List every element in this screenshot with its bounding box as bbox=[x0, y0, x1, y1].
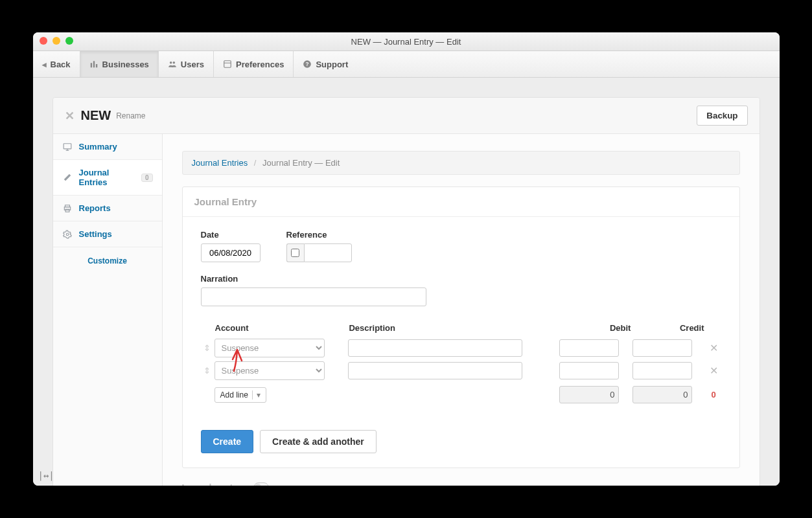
users-icon bbox=[168, 60, 177, 69]
svg-rect-2 bbox=[95, 64, 97, 67]
reference-auto-checkbox[interactable] bbox=[291, 249, 299, 257]
caret-down-icon: ▾ bbox=[252, 390, 261, 400]
narration-input[interactable] bbox=[201, 287, 426, 306]
account-select[interactable]: Suspense bbox=[215, 361, 325, 380]
rename-link[interactable]: Rename bbox=[116, 111, 145, 120]
learn-title: Learn how to ... bbox=[182, 482, 249, 486]
preferences-icon bbox=[223, 60, 232, 69]
learn-section: Learn how to ... bbox=[182, 482, 740, 486]
svg-rect-0 bbox=[90, 63, 91, 67]
business-header: ✕ NEW Rename Backup bbox=[53, 98, 760, 134]
back-button[interactable]: ◂ Back bbox=[33, 51, 80, 77]
date-label: Date bbox=[201, 230, 261, 240]
svg-point-3 bbox=[170, 62, 172, 64]
tab-businesses[interactable]: Businesses bbox=[80, 51, 159, 77]
breadcrumb-current: Journal Entry — Edit bbox=[262, 158, 340, 168]
sidebar: Summary Journal Entries 0 Reports bbox=[53, 134, 163, 486]
account-select[interactable]: Suspense bbox=[215, 339, 325, 357]
sidebar-item-summary[interactable]: Summary bbox=[53, 134, 162, 160]
monitor-icon bbox=[62, 142, 73, 152]
backup-button[interactable]: Backup bbox=[697, 106, 747, 126]
col-account: Account bbox=[214, 321, 348, 335]
sidebar-item-settings[interactable]: Settings bbox=[53, 221, 162, 247]
debit-input[interactable] bbox=[559, 362, 619, 379]
gear-icon bbox=[62, 230, 73, 239]
sidebar-item-label: Journal Entries bbox=[79, 168, 135, 187]
businesses-label: Businesses bbox=[102, 60, 149, 69]
credit-input[interactable] bbox=[632, 339, 692, 357]
remove-line-button[interactable]: ✕ bbox=[706, 338, 721, 358]
resize-handle-icon[interactable]: |↔| bbox=[38, 470, 54, 480]
description-input[interactable] bbox=[348, 362, 522, 379]
add-line-label: Add line bbox=[220, 390, 248, 400]
description-input[interactable] bbox=[348, 339, 522, 357]
reference-label: Reference bbox=[286, 230, 352, 240]
reference-auto-checkbox-wrap bbox=[286, 243, 304, 262]
support-label: Support bbox=[316, 60, 348, 69]
narration-field-group: Narration bbox=[201, 274, 721, 306]
debit-total: 0 bbox=[559, 386, 619, 403]
panel-title: Journal Entry bbox=[183, 187, 739, 217]
sidebar-item-journal-entries[interactable]: Journal Entries 0 bbox=[53, 160, 162, 196]
credit-total: 0 bbox=[632, 386, 692, 403]
col-debit: Debit bbox=[559, 321, 632, 335]
close-business-button[interactable]: ✕ bbox=[65, 109, 75, 123]
content-area: ✕ NEW Rename Backup Summary bbox=[33, 78, 780, 486]
line-row: ⇕ Suspense ✕ bbox=[201, 338, 721, 358]
balance-diff: 0 bbox=[706, 390, 716, 400]
create-add-another-button[interactable]: Create & add another bbox=[260, 430, 377, 453]
narration-label: Narration bbox=[201, 274, 721, 284]
debit-input[interactable] bbox=[559, 339, 619, 357]
minimize-window-button[interactable] bbox=[52, 37, 60, 45]
drag-handle-icon[interactable]: ⇕ bbox=[201, 361, 214, 381]
add-line-button[interactable]: Add line ▾ bbox=[215, 387, 266, 403]
tab-users[interactable]: Users bbox=[159, 51, 214, 77]
svg-text:?: ? bbox=[306, 62, 309, 67]
traffic-lights bbox=[40, 37, 73, 45]
preferences-label: Preferences bbox=[236, 60, 284, 69]
business-card: ✕ NEW Rename Backup Summary bbox=[52, 97, 760, 486]
customize-link[interactable]: Customize bbox=[53, 247, 162, 275]
drag-handle-icon[interactable]: ⇕ bbox=[201, 338, 214, 358]
svg-rect-1 bbox=[93, 61, 94, 67]
learn-toggle[interactable] bbox=[253, 482, 269, 486]
chevron-left-icon: ◂ bbox=[42, 60, 47, 69]
panel-actions: Create Create & add another bbox=[183, 420, 739, 467]
credit-input[interactable] bbox=[632, 362, 692, 379]
app-window: NEW — Journal Entry — Edit ◂ Back Busine… bbox=[33, 32, 780, 486]
pen-icon bbox=[62, 173, 73, 182]
users-label: Users bbox=[181, 60, 204, 69]
create-button[interactable]: Create bbox=[201, 430, 254, 453]
totals-row: Add line ▾ 0 0 0 bbox=[201, 383, 721, 404]
col-description: Description bbox=[347, 321, 559, 335]
card-body: Summary Journal Entries 0 Reports bbox=[53, 134, 760, 486]
remove-line-button[interactable]: ✕ bbox=[706, 361, 721, 381]
zoom-window-button[interactable] bbox=[65, 37, 73, 45]
lines-table: Account Description Debit Credit bbox=[201, 318, 721, 407]
svg-rect-5 bbox=[224, 61, 231, 68]
titlebar: NEW — Journal Entry — Edit bbox=[33, 32, 780, 51]
businesses-icon bbox=[89, 60, 99, 69]
business-name: NEW bbox=[81, 108, 111, 123]
svg-rect-9 bbox=[64, 143, 71, 148]
support-icon: ? bbox=[303, 60, 312, 69]
breadcrumb: Journal Entries / Journal Entry — Edit bbox=[182, 151, 740, 175]
breadcrumb-separator: / bbox=[254, 158, 257, 168]
date-input[interactable] bbox=[201, 243, 261, 262]
printer-icon bbox=[62, 204, 73, 213]
sidebar-item-label: Settings bbox=[79, 229, 112, 239]
breadcrumb-root[interactable]: Journal Entries bbox=[192, 158, 248, 168]
journal-entry-panel: Journal Entry Date Reference bbox=[182, 186, 740, 468]
line-row: ⇕ Suspense ✕ bbox=[201, 361, 721, 381]
date-field-group: Date bbox=[201, 230, 261, 262]
tab-support[interactable]: ? Support bbox=[294, 51, 357, 77]
reference-input[interactable] bbox=[304, 243, 352, 262]
tab-preferences[interactable]: Preferences bbox=[214, 51, 294, 77]
reference-field-group: Reference bbox=[286, 230, 352, 262]
main-content: Journal Entries / Journal Entry — Edit J… bbox=[163, 134, 760, 486]
sidebar-item-reports[interactable]: Reports bbox=[53, 196, 162, 221]
panel-body: Date Reference bbox=[183, 217, 739, 420]
close-window-button[interactable] bbox=[40, 37, 47, 45]
sidebar-item-label: Reports bbox=[79, 203, 111, 213]
svg-point-4 bbox=[172, 62, 175, 64]
